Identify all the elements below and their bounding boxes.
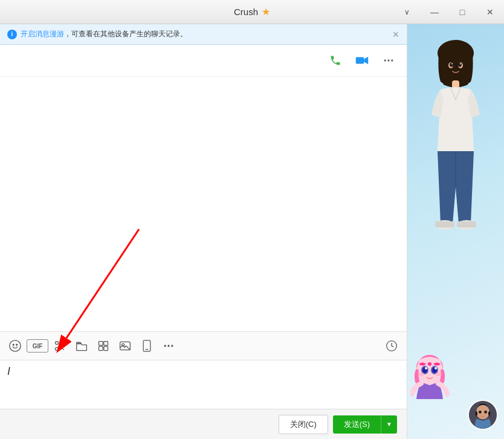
svg-point-30: [450, 63, 453, 67]
svg-point-23: [167, 345, 169, 346]
svg-rect-15: [104, 342, 108, 346]
svg-rect-38: [435, 221, 454, 227]
send-button[interactable]: 发送(S): [333, 415, 381, 434]
input-area[interactable]: I: [0, 360, 407, 409]
svg-point-47: [418, 372, 424, 376]
svg-point-48: [435, 372, 441, 376]
svg-point-53: [484, 411, 487, 414]
send-button-group: 发送(S) ▼: [333, 415, 397, 434]
message-area[interactable]: [0, 77, 407, 331]
title-star: ★: [262, 6, 270, 18]
svg-point-22: [164, 345, 166, 346]
title-bar: Crush ★ ∨ — □ ✕: [0, 0, 504, 24]
svg-marker-1: [364, 57, 368, 65]
close-button[interactable]: ✕: [476, 0, 504, 24]
svg-point-32: [451, 63, 453, 65]
info-banner: i 开启消息漫游，可查看在其他设备产生的聊天记录。 ✕: [0, 24, 407, 45]
title-bar-controls: ∨ — □ ✕: [393, 0, 504, 24]
info-link[interactable]: 开启消息漫游: [21, 30, 64, 38]
svg-point-2: [384, 59, 386, 61]
phone-icon-button[interactable]: [137, 336, 157, 356]
image-button[interactable]: [115, 336, 135, 356]
svg-rect-17: [104, 346, 108, 351]
toolbar: GIF: [0, 331, 407, 360]
info-close-button[interactable]: ✕: [392, 30, 399, 39]
svg-point-33: [460, 63, 461, 65]
right-panel: [407, 24, 504, 439]
send-dropdown-button[interactable]: ▼: [381, 415, 397, 434]
character-avatar: [413, 30, 498, 284]
info-icon: i: [7, 30, 17, 39]
svg-point-9: [16, 344, 18, 345]
more-toolbar-button[interactable]: [158, 336, 179, 356]
svg-point-52: [479, 411, 482, 414]
gif-button[interactable]: GIF: [27, 339, 48, 353]
svg-point-4: [391, 59, 393, 61]
chat-area: i 开启消息漫游，可查看在其他设备产生的聊天记录。 ✕: [0, 24, 407, 439]
more-actions-button[interactable]: [378, 50, 399, 71]
user-avatar: [468, 400, 498, 430]
main-container: i 开启消息漫游，可查看在其他设备产生的聊天记录。 ✕: [0, 24, 504, 439]
svg-point-24: [171, 345, 173, 346]
bottom-bar: 关闭(C) 发送(S) ▼: [0, 409, 407, 439]
svg-point-40: [416, 356, 443, 385]
info-banner-text: ，可查看在其他设备产生的聊天记录。: [64, 30, 187, 38]
svg-point-46: [435, 367, 437, 369]
svg-point-51: [476, 405, 489, 419]
svg-rect-0: [356, 57, 364, 64]
history-button[interactable]: [381, 336, 402, 356]
window-title: Crush: [234, 7, 258, 17]
emoji-button[interactable]: [5, 336, 25, 356]
video-call-button[interactable]: [351, 50, 373, 71]
close-chat-button[interactable]: 关闭(C): [279, 415, 328, 434]
svg-line-13: [61, 347, 64, 350]
svg-point-3: [387, 59, 389, 61]
scissors-button[interactable]: [50, 336, 70, 356]
sticker-anime: [410, 352, 450, 403]
top-actions: [0, 45, 407, 77]
folder-button[interactable]: [71, 336, 92, 356]
svg-rect-39: [457, 221, 476, 227]
screenshot-button[interactable]: [93, 336, 114, 356]
svg-point-45: [425, 367, 427, 369]
text-cursor: I: [7, 365, 10, 377]
svg-point-10: [56, 342, 59, 345]
minimize-button[interactable]: —: [421, 0, 448, 24]
svg-point-8: [13, 344, 14, 345]
title-bar-center: Crush ★: [234, 6, 270, 18]
svg-point-31: [458, 63, 462, 67]
chevron-down-button[interactable]: ∨: [393, 0, 421, 24]
maximize-button[interactable]: □: [448, 0, 476, 24]
svg-point-7: [10, 340, 21, 351]
svg-rect-14: [99, 342, 103, 346]
svg-point-49: [428, 362, 431, 366]
svg-rect-16: [99, 346, 103, 351]
svg-point-11: [56, 348, 59, 351]
phone-call-button[interactable]: [325, 50, 346, 71]
svg-line-12: [58, 342, 64, 348]
info-banner-left: i 开启消息漫游，可查看在其他设备产生的聊天记录。: [7, 29, 187, 39]
